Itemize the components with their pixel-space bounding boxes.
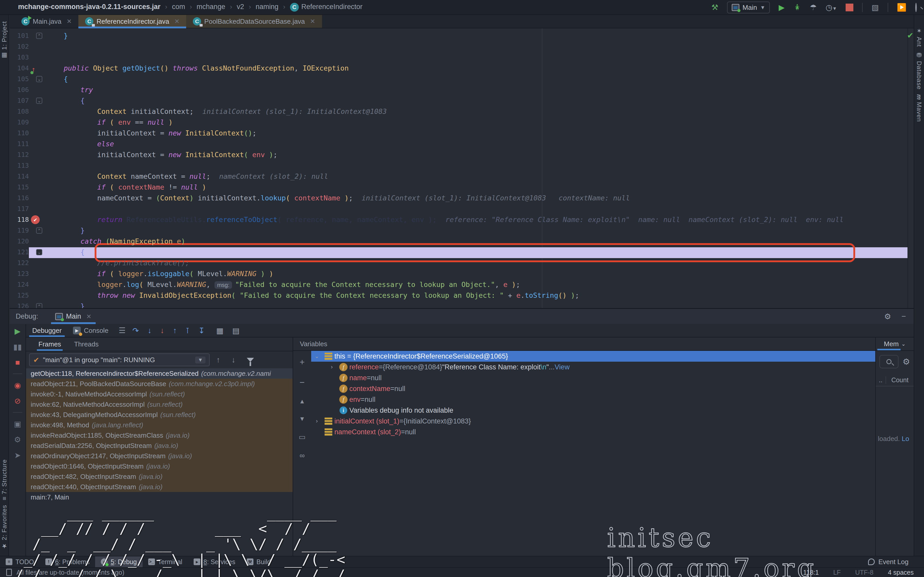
memory-search-input[interactable]: [879, 355, 898, 368]
step-into-icon[interactable]: ↓: [148, 326, 152, 335]
profiler-button[interactable]: ◷▼: [825, 3, 837, 11]
code-editor[interactable]: 101⌃ }102103104↑ public Object getObject…: [10, 28, 908, 308]
toolwindow-button-todo[interactable]: ≡TODO: [0, 556, 40, 567]
stack-frame-row[interactable]: readObject:211, PoolBackedDataSourceBase…: [26, 379, 292, 389]
close-icon[interactable]: ✕: [310, 18, 315, 25]
debug-session-tab[interactable]: Main ✕: [51, 309, 96, 324]
build-hammer-icon[interactable]: ⚒: [711, 3, 718, 11]
restore-layout-icon[interactable]: ▤: [232, 326, 239, 335]
duplicate-icon[interactable]: ▭: [299, 433, 305, 441]
stack-frame-row[interactable]: getObject:118, ReferenceIndirector$Refer…: [26, 368, 292, 379]
layout-settings-icon[interactable]: ☰: [119, 327, 126, 334]
stack-frame-row[interactable]: invokeReadObject:1185, ObjectStreamClass…: [26, 430, 292, 440]
breadcrumb-item[interactable]: naming: [256, 3, 279, 11]
variable-row[interactable]: fcontextName = null: [311, 383, 875, 394]
run-config-select[interactable]: Main ▼: [727, 2, 770, 13]
hide-frames-filter-icon[interactable]: [247, 358, 254, 362]
pause-icon[interactable]: ▮▮: [13, 342, 22, 351]
code-line[interactable]: 112 initialContext = new InitialContext(…: [10, 150, 908, 160]
code-line[interactable]: 120 catch (NamingException e): [10, 236, 908, 247]
memory-settings-icon[interactable]: ⚙: [903, 357, 910, 367]
expander-icon[interactable]: ⌄: [311, 353, 323, 359]
move-up-icon[interactable]: ▲: [299, 398, 305, 405]
code-line[interactable]: 118✔ return ReferenceableUtils.reference…: [10, 214, 908, 225]
fold-marker-icon[interactable]: ⌄: [36, 98, 42, 104]
stop-icon[interactable]: ■: [15, 358, 20, 367]
code-line[interactable]: 108 Context initialContext;initialContex…: [10, 106, 908, 117]
editor-tab[interactable]: CReferenceIndirector.java✕: [78, 15, 186, 28]
variable-row[interactable]: ⌄this = {ReferenceIndirector$ReferenceSe…: [311, 351, 875, 362]
status-item-lf[interactable]: LF: [833, 569, 841, 576]
close-icon[interactable]: ✕: [86, 313, 92, 320]
breadcrumb-item[interactable]: mchange: [197, 3, 225, 11]
debug-settings-gear-icon[interactable]: ⚙: [14, 435, 21, 444]
editor-tab[interactable]: CPoolBackedDataSourceBase.java✕: [186, 15, 322, 28]
breadcrumb-item[interactable]: mchange-commons-java-0.2.11-sources.jar: [18, 3, 160, 11]
event-log-button[interactable]: Event Log: [868, 558, 908, 566]
code-line[interactable]: 119⌃ }: [10, 225, 908, 236]
hide-panel-icon[interactable]: −: [901, 312, 906, 321]
breadcrumb-item[interactable]: v2: [237, 3, 244, 11]
sidebar-item-structure[interactable]: ≡7: Structure: [1, 459, 8, 500]
code-line[interactable]: 111 else: [10, 139, 908, 150]
close-icon[interactable]: ✕: [66, 18, 72, 25]
override-marker-icon[interactable]: ↑: [31, 64, 36, 75]
pin-icon[interactable]: ➤: [14, 451, 21, 460]
run-button[interactable]: ▶: [779, 3, 785, 11]
add-watch-icon[interactable]: +: [300, 357, 305, 367]
show-watches-icon[interactable]: ∞: [300, 451, 305, 460]
code-line[interactable]: 117: [10, 203, 908, 214]
remove-watch-icon[interactable]: −: [300, 377, 305, 387]
code-line[interactable]: 115 if ( contextName != null ): [10, 182, 908, 193]
code-line[interactable]: 106 try: [10, 84, 908, 95]
editor-scrollbar[interactable]: [908, 28, 914, 308]
breadcrumb-item[interactable]: ReferenceIndirector: [301, 3, 362, 11]
variable-row[interactable]: iVariables debug info not available: [311, 405, 875, 416]
mute-breakpoints-icon[interactable]: ⊘: [14, 396, 21, 405]
toolwindow-button-services[interactable]: ▸8: Services: [188, 556, 241, 567]
settings-gear-icon[interactable]: ⚙: [884, 312, 891, 321]
close-icon[interactable]: ✕: [174, 18, 179, 25]
prev-frame-icon[interactable]: ↑: [216, 356, 220, 364]
code-line[interactable]: 105⌄ {: [10, 74, 908, 84]
tab-console[interactable]: ▶Console: [67, 324, 114, 337]
tab-debugger[interactable]: Debugger: [27, 324, 67, 337]
stack-frame-row[interactable]: readObject0:1646, ObjectInputStream (jav…: [26, 461, 292, 471]
fold-marker-icon[interactable]: ⌃: [36, 303, 42, 308]
variable-row[interactable]: fname = null: [311, 372, 875, 383]
expander-icon[interactable]: ›: [311, 418, 323, 424]
code-line[interactable]: 121⌄ {: [10, 247, 908, 258]
code-line[interactable]: 103: [10, 52, 908, 63]
variable-row[interactable]: ›initialContext (slot_1) = {InitialConte…: [311, 416, 875, 427]
fold-marker-icon[interactable]: ⌄: [36, 249, 42, 255]
coverage-button[interactable]: ☂: [810, 3, 817, 11]
breakpoint-icon[interactable]: ✔: [31, 215, 40, 224]
code-line[interactable]: 126⌃ }: [10, 301, 908, 308]
inspections-ok-icon[interactable]: ✔: [907, 31, 913, 40]
toolwindow-button-debug[interactable]: ٭5: Debug: [95, 556, 142, 567]
debug-button[interactable]: 🛊: [793, 3, 801, 11]
code-line[interactable]: 114 Context nameContext = null;nameConte…: [10, 171, 908, 182]
evaluate-expression-icon[interactable]: ▦: [216, 326, 223, 335]
drop-frame-icon[interactable]: ⊺: [186, 326, 190, 335]
stack-frame-row[interactable]: invoke0:-1, NativeMethodAccessorImpl (su…: [26, 389, 292, 399]
code-line[interactable]: 109 if ( env == null ): [10, 117, 908, 128]
stack-frame-row[interactable]: readObject:440, ObjectInputStream (java.…: [26, 482, 292, 492]
stack-frame-row[interactable]: readObject:482, ObjectInputStream (java.…: [26, 471, 292, 482]
editor-tab[interactable]: CMain.java✕: [15, 15, 78, 28]
breadcrumb-item[interactable]: com: [172, 3, 185, 11]
stack-frame-row[interactable]: main:7, Main: [26, 492, 292, 502]
code-line[interactable]: 110 initialContext = new InitialContext(…: [10, 128, 908, 139]
tab-threads[interactable]: Threads: [74, 337, 99, 351]
memory-load-link[interactable]: Lo: [902, 435, 909, 443]
status-item-4spaces[interactable]: 4 spaces: [888, 569, 914, 576]
status-item-1181[interactable]: 118:1: [803, 569, 819, 576]
stack-frame-row[interactable]: invoke:62, NativeMethodAccessorImpl (sun…: [26, 399, 292, 409]
code-line[interactable]: 102: [10, 41, 908, 52]
project-structure-icon[interactable]: ▧: [871, 3, 879, 11]
tab-frames[interactable]: Frames: [39, 337, 61, 351]
move-down-icon[interactable]: ▼: [299, 415, 305, 422]
thread-dump-camera-icon[interactable]: ▣: [14, 419, 21, 429]
code-line[interactable]: 122 //e.printStackTrace();: [10, 258, 908, 268]
code-line[interactable]: 123 if ( logger.isLoggable( MLevel.WARNI…: [10, 268, 908, 279]
